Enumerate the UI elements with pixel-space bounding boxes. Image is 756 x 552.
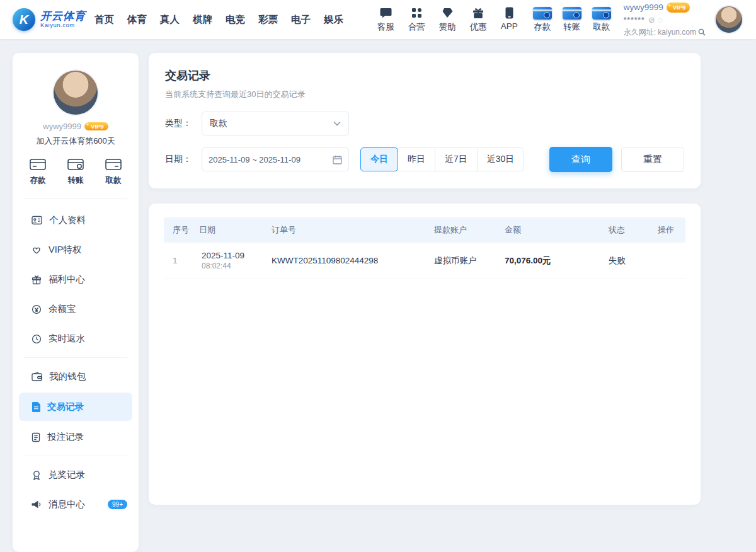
reset-button[interactable]: 重置 bbox=[621, 147, 684, 172]
date-range-presets: 今日 昨日 近7日 近30日 bbox=[360, 147, 524, 171]
calendar-icon bbox=[333, 155, 342, 164]
sidebar-vip-badge: VIP9 bbox=[84, 122, 108, 130]
nav-lottery[interactable]: 彩票 bbox=[258, 13, 278, 26]
range-yesterday-button[interactable]: 昨日 bbox=[398, 147, 435, 171]
nav-live[interactable]: 真人 bbox=[160, 13, 180, 26]
sidebar-username: wywy9999 bbox=[43, 122, 81, 131]
heart-icon bbox=[32, 245, 42, 255]
gift-box-icon bbox=[32, 275, 42, 285]
search-icon[interactable] bbox=[698, 28, 706, 36]
cell-amount: 70,076.00元 bbox=[502, 255, 606, 267]
nav-esports[interactable]: 电竞 bbox=[226, 13, 245, 26]
filter-panel: 交易记录 当前系统支持查询最近30日的交易记录 类型： 取款 日期： 2025-… bbox=[149, 53, 701, 188]
partner-button[interactable]: 合营 bbox=[408, 7, 425, 33]
top-header: K 开云体育 Kaiyun.com 首页 体育 真人 棋牌 电竞 彩票 电子 娱… bbox=[0, 0, 756, 39]
avatar[interactable] bbox=[714, 5, 743, 34]
sidebar-deposit-button[interactable]: 存款 bbox=[29, 157, 47, 186]
table-row: 1 2025-11-09 08:02:44 KWWT20251109802444… bbox=[164, 243, 685, 279]
id-card-icon bbox=[32, 216, 42, 225]
list-icon bbox=[32, 432, 40, 442]
page-subtitle: 当前系统支持查询最近30日的交易记录 bbox=[165, 89, 684, 100]
range-30days-button[interactable]: 近30日 bbox=[477, 147, 525, 171]
main-nav: 首页 体育 真人 棋牌 电竞 彩票 电子 娱乐 bbox=[94, 13, 343, 26]
deposit-button[interactable]: 存款 bbox=[533, 7, 552, 33]
masked-balance: ****** bbox=[624, 14, 645, 26]
page-title: 交易记录 bbox=[165, 68, 684, 83]
app-download-button[interactable]: APP bbox=[501, 7, 518, 33]
eye-off-icon[interactable]: ⊘ bbox=[648, 14, 655, 26]
sidebar-item-wallet[interactable]: 我的钱包 bbox=[13, 362, 139, 391]
sidebar-item-yuebao[interactable]: 余额宝 bbox=[13, 294, 139, 324]
permanent-url: 永久网址: kaiyun.com bbox=[624, 26, 696, 38]
header-wallet-links: 存款 转账 取款 bbox=[533, 7, 611, 33]
refresh-icon[interactable]: ◌ bbox=[658, 14, 663, 26]
nav-slots[interactable]: 电子 bbox=[291, 13, 311, 26]
username: wywy9999 bbox=[624, 1, 663, 14]
grid-icon bbox=[410, 7, 423, 20]
withdraw-icon bbox=[105, 157, 122, 172]
sidebar-item-profile[interactable]: 个人资料 bbox=[13, 205, 139, 235]
chat-icon bbox=[379, 7, 392, 20]
logo-subtitle: Kaiyun.com bbox=[40, 22, 86, 28]
type-label: 类型： bbox=[165, 118, 202, 129]
customer-service-button[interactable]: 客服 bbox=[377, 7, 394, 33]
coin-jar-icon bbox=[32, 304, 42, 314]
document-icon bbox=[32, 402, 40, 412]
membership-days: 加入开云体育第600天 bbox=[13, 135, 139, 147]
range-today-button[interactable]: 今日 bbox=[360, 147, 398, 171]
deposit-icon bbox=[29, 157, 47, 172]
range-7days-button[interactable]: 近7日 bbox=[435, 147, 478, 171]
sponsor-button[interactable]: 赞助 bbox=[439, 7, 456, 33]
nav-sports[interactable]: 体育 bbox=[127, 13, 147, 26]
col-date: 日期 bbox=[197, 224, 269, 236]
nav-chess[interactable]: 棋牌 bbox=[193, 13, 212, 26]
divider bbox=[24, 456, 127, 456]
search-button[interactable]: 查询 bbox=[549, 147, 612, 172]
header-user-info: wywy9999 VIP9 ****** ⊘ ◌ 永久网址: kaiyun.co… bbox=[624, 1, 706, 38]
col-account: 提款账户 bbox=[432, 224, 502, 236]
sidebar-avatar[interactable] bbox=[52, 69, 99, 116]
sidebar-item-messages[interactable]: 消息中心 99+ bbox=[13, 490, 139, 519]
sidebar-withdraw-button[interactable]: 取款 bbox=[105, 157, 122, 186]
unread-count-badge: 99+ bbox=[108, 500, 127, 509]
withdraw-card-icon bbox=[592, 7, 611, 20]
nav-home[interactable]: 首页 bbox=[94, 13, 114, 26]
deposit-card-icon bbox=[533, 7, 552, 20]
sidebar-item-rebate[interactable]: 实时返水 bbox=[13, 324, 139, 354]
transfer-card-icon bbox=[563, 7, 581, 20]
sidebar-item-transactions[interactable]: 交易记录 bbox=[19, 393, 132, 421]
sidebar-item-bets[interactable]: 投注记录 bbox=[13, 422, 139, 452]
chevron-down-icon bbox=[333, 121, 341, 126]
sidebar-transfer-button[interactable]: 转账 bbox=[67, 157, 84, 186]
logo-icon: K bbox=[13, 8, 35, 31]
sidebar-item-redeem[interactable]: 兑奖记录 bbox=[13, 460, 139, 490]
sidebar-quick-actions: 存款 转账 取款 bbox=[13, 147, 139, 195]
date-label: 日期： bbox=[165, 154, 202, 165]
vip-badge: VIP9 bbox=[667, 3, 690, 13]
col-order: 订单号 bbox=[269, 224, 432, 236]
nav-entertainment[interactable]: 娱乐 bbox=[324, 13, 343, 26]
col-status: 状态 bbox=[606, 224, 655, 236]
cell-account: 虚拟币账户 bbox=[432, 255, 502, 267]
date-range-input[interactable]: 2025-11-09 ~ 2025-11-09 bbox=[202, 147, 349, 171]
header-quick-links: 客服 合营 赞助 优惠 APP bbox=[377, 7, 518, 33]
clock-icon bbox=[32, 334, 42, 344]
results-panel: 序号 日期 订单号 提款账户 金额 状态 操作 1 2025-11-09 08:… bbox=[149, 204, 701, 505]
promo-button[interactable]: 优惠 bbox=[470, 7, 487, 33]
sidebar-item-vip[interactable]: VIP特权 bbox=[13, 235, 139, 265]
wallet-icon bbox=[32, 372, 42, 381]
sidebar-item-welfare[interactable]: 福利中心 bbox=[13, 265, 139, 294]
cell-date: 2025-11-09 08:02:44 bbox=[197, 251, 269, 270]
gift-icon bbox=[471, 7, 485, 20]
divider bbox=[24, 357, 127, 358]
transactions-table: 序号 日期 订单号 提款账户 金额 状态 操作 1 2025-11-09 08:… bbox=[164, 217, 685, 279]
megaphone-icon bbox=[32, 500, 42, 509]
cell-status: 失败 bbox=[606, 255, 655, 267]
transfer-button[interactable]: 转账 bbox=[563, 7, 581, 33]
type-select[interactable]: 取款 bbox=[202, 112, 349, 135]
phone-icon bbox=[502, 7, 516, 20]
withdraw-button[interactable]: 取款 bbox=[592, 7, 611, 33]
col-amount: 金额 bbox=[502, 224, 606, 236]
site-logo[interactable]: K 开云体育 Kaiyun.com bbox=[13, 8, 86, 31]
diamond-icon bbox=[440, 7, 454, 20]
